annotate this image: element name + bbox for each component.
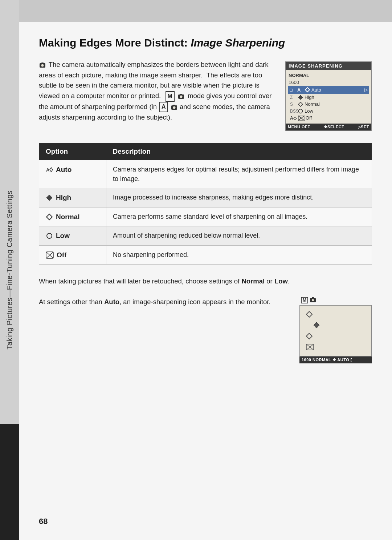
page-number: 68 (39, 517, 48, 526)
option-cell-low: Low (39, 226, 106, 246)
option-label-high: High (56, 193, 71, 203)
svg-rect-2 (41, 63, 44, 64)
normal-icon (46, 213, 53, 221)
cs2-off-icon (306, 344, 314, 350)
cs2-diamond3 (306, 333, 313, 339)
auto-diamond-icon (305, 87, 310, 93)
cs2-row-3 (306, 332, 366, 340)
cs2-screen (299, 305, 372, 356)
page-container: Taking Pictures—Fine-Tuning Camera Setti… (0, 0, 392, 540)
high-diamond-icon (298, 95, 303, 100)
cs-row-auto-selected: ◻ A Auto ▷ (288, 86, 369, 94)
svg-point-7 (173, 106, 175, 109)
option-cell-normal: Normal (39, 207, 106, 226)
intro-text: The camera automatically emphasizes the … (39, 60, 274, 131)
bottom-text-col: At settings other than Auto, an image-sh… (39, 297, 289, 307)
option-cell-content: A Auto (46, 165, 99, 175)
cs2-mode-label: M (299, 297, 372, 303)
sidebar-black-bar (0, 424, 19, 540)
top-bar (19, 0, 392, 22)
low-circle-icon (298, 109, 303, 114)
svg-point-1 (41, 64, 44, 67)
camera-screen-title: IMAGE SHARPENING (286, 62, 371, 70)
svg-point-12 (299, 109, 303, 113)
option-cell-auto: A Auto (39, 160, 106, 188)
camera-icon3 (171, 104, 178, 111)
table-row: High Image processed to increase sharpne… (39, 188, 372, 207)
desc-cell-auto: Camera sharpens edges for optimal result… (106, 160, 372, 188)
desc-cell-low: Amount of sharpening reduced below norma… (106, 226, 372, 246)
camera-icon (39, 61, 46, 69)
cs2-diamond1 (306, 311, 313, 318)
mode-indicator2: A (159, 102, 168, 112)
auto-icon: A (46, 166, 53, 173)
normal-diamond-icon (298, 102, 303, 107)
svg-point-20 (47, 233, 52, 238)
svg-marker-27 (306, 311, 312, 317)
mode-indicator: M (166, 91, 175, 102)
camera-screen2-mockup: M (299, 297, 372, 363)
option-cell-content: High (46, 193, 99, 203)
option-label-off: Off (57, 250, 66, 260)
svg-point-25 (312, 299, 314, 301)
cs2-row-1 (306, 310, 366, 319)
option-cell-high: High (39, 188, 106, 207)
main-content: Making Edges More Distinct: Image Sharpe… (19, 22, 392, 540)
svg-point-4 (180, 96, 183, 98)
options-table: Option Description A Auto (39, 143, 372, 265)
cs-row-1600: 1600 (289, 79, 368, 86)
svg-marker-28 (314, 322, 319, 328)
svg-marker-29 (306, 333, 312, 339)
svg-rect-8 (173, 105, 175, 106)
svg-rect-5 (180, 94, 182, 95)
svg-marker-11 (298, 102, 303, 106)
cs-row-low: BSS Low (289, 108, 368, 114)
cs-menu-label: MENU OFF (288, 125, 310, 129)
svg-rect-26 (312, 297, 314, 298)
top-section: The camera automatically emphasizes the … (39, 60, 372, 131)
camera-screen-inner: IMAGE SHARPENING NORMAL 1600 ◻ (285, 61, 372, 131)
table-row: Low Amount of sharpening reduced below n… (39, 226, 372, 246)
option-label-auto: Auto (56, 165, 72, 175)
desc-cell-normal: Camera performs same standard level of s… (106, 207, 372, 226)
cs2-diamond2-selected (313, 322, 320, 329)
sidebar: Taking Pictures—Fine-Tuning Camera Setti… (0, 0, 19, 540)
cs-select-label: ❖SELECT (324, 125, 344, 129)
cs2-mode-box: M (301, 297, 308, 303)
camera-icon2 (177, 93, 185, 100)
off-table-icon (46, 251, 54, 259)
svg-text:A: A (46, 167, 50, 173)
svg-marker-18 (46, 195, 52, 201)
col-header-description: Description (106, 143, 372, 160)
svg-marker-9 (305, 88, 310, 92)
cs-row-normal: S Normal (289, 101, 368, 108)
camera-screen-bottom: MENU OFF ❖SELECT ▷SET (286, 124, 371, 130)
svg-marker-10 (298, 95, 303, 100)
table-row: A Auto Camera sharpens edges for optimal… (39, 160, 372, 188)
off-icon (298, 116, 305, 121)
bottom-section: At settings other than Auto, an image-sh… (39, 297, 372, 363)
option-cell-content: Off (46, 250, 99, 260)
camera-screen-mockup: IMAGE SHARPENING NORMAL 1600 ◻ (285, 61, 372, 131)
sidebar-text: Taking Pictures—Fine-Tuning Camera Setti… (5, 190, 14, 350)
option-label-low: Low (56, 231, 70, 241)
page-title: Making Edges More Distinct: Image Sharpe… (39, 36, 372, 49)
cs2-bottom-text: 1600 NORMAL ❖ AUTO [ (302, 358, 352, 362)
cs-row-normal-label: NORMAL (289, 72, 368, 79)
option-cell-content: Low (46, 231, 99, 241)
camera-screen-body: NORMAL 1600 ◻ A Aut (286, 70, 371, 124)
table-header-row: Option Description (39, 143, 372, 160)
bottom-paragraph: When taking pictures that will later be … (39, 276, 372, 287)
high-icon (46, 194, 53, 201)
desc-cell-high: Image processed to increase sharpness, m… (106, 188, 372, 207)
cs-row-off: A◇ Off (289, 114, 368, 121)
cs-set-label: ▷SET (358, 125, 369, 129)
option-cell-content: Normal (46, 212, 99, 222)
option-cell-off: Off (39, 245, 106, 265)
low-icon (46, 232, 53, 239)
col-header-option: Option (39, 143, 106, 160)
option-label-normal: Normal (56, 212, 79, 222)
cs2-bottom-bar: 1600 NORMAL ❖ AUTO [ (299, 356, 372, 363)
cs2-camera-icon (310, 297, 316, 303)
cs2-row-4 (306, 343, 366, 351)
